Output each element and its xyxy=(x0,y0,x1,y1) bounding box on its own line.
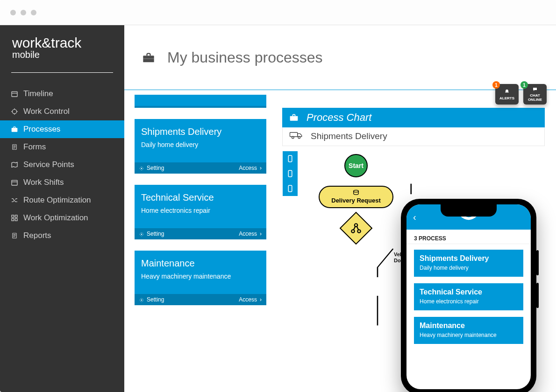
sidebar-item-label: Route Optimization xyxy=(23,196,91,205)
sidebar-item-reports[interactable]: Reports xyxy=(0,227,124,245)
svg-rect-5 xyxy=(12,215,14,217)
database-icon xyxy=(353,189,359,196)
chat-label: ONLINE xyxy=(528,98,542,102)
browser-chrome xyxy=(0,0,556,25)
svg-rect-0 xyxy=(12,91,17,97)
svg-rect-6 xyxy=(15,215,17,217)
gear-icon xyxy=(139,231,144,236)
phone-card-subtitle: Daily home delivery xyxy=(420,265,518,271)
sidebar-item-label: Work Control xyxy=(23,107,70,116)
svg-point-1 xyxy=(12,109,16,113)
flow-node-doc-validation[interactable] xyxy=(283,151,298,166)
brand-divider xyxy=(11,72,113,73)
chevron-right-icon: › xyxy=(260,165,262,171)
calendar-icon xyxy=(10,90,19,98)
svg-point-12 xyxy=(141,168,143,169)
phone-card-technical[interactable]: Technical Service Home electronics repai… xyxy=(414,283,523,310)
chat-icon xyxy=(531,87,539,92)
svg-rect-7 xyxy=(12,218,14,221)
sidebar-item-work-control[interactable]: Work Control xyxy=(0,103,124,120)
card-setting-link[interactable]: Setting xyxy=(139,165,164,171)
brand-word: work xyxy=(12,35,42,50)
svg-point-22 xyxy=(354,190,359,192)
sidebar-item-route-optimization[interactable]: Route Optimization xyxy=(0,191,124,209)
brand-word: track xyxy=(51,35,81,50)
card-subtitle: Daily home delivery xyxy=(141,141,260,148)
sidebar-item-label: Forms xyxy=(23,142,46,152)
card-access-label: Access xyxy=(239,231,257,237)
sidebar-item-label: Timeline xyxy=(23,89,53,98)
phone-card-shipments[interactable]: Shipments Delivery Daily home delivery xyxy=(414,250,523,277)
phone-process-list: Shipments Delivery Daily home delivery T… xyxy=(406,244,531,350)
chevron-right-icon: › xyxy=(260,296,262,303)
sidebar-item-label: Processes xyxy=(23,125,60,134)
sidebar-item-service-points[interactable]: Service Points xyxy=(0,156,124,174)
crosshair-icon xyxy=(10,107,19,116)
chevron-right-icon: › xyxy=(260,231,262,237)
card-subtitle: Home electronics repair xyxy=(141,207,260,214)
chat-button[interactable]: 1 CHAT ONLINE xyxy=(523,84,547,105)
sidebar-item-timeline[interactable]: Timeline xyxy=(0,85,124,103)
phone-card-subtitle: Home electronics repair xyxy=(420,298,518,305)
alerts-button[interactable]: 1 ALERTS xyxy=(495,84,519,105)
app-window: work&track mobile Timeline Work Control … xyxy=(0,0,556,392)
phone-card-title: Maintenance xyxy=(420,322,518,330)
svg-point-23 xyxy=(355,224,358,227)
svg-rect-16 xyxy=(290,133,298,137)
card-access-link[interactable]: Access › xyxy=(239,296,262,303)
sidebar: work&track mobile Timeline Work Control … xyxy=(0,25,124,392)
svg-rect-28 xyxy=(288,185,292,192)
gear-icon xyxy=(139,166,144,170)
flow-node-label: Delivery Request xyxy=(331,197,381,204)
sidebar-item-label: Service Points xyxy=(23,160,74,169)
card-title: Technical Service xyxy=(141,192,260,203)
card-setting-link[interactable]: Setting xyxy=(139,231,164,237)
process-card-technical[interactable]: Technical Service Home electronics repai… xyxy=(135,185,266,239)
window-dot-icon xyxy=(21,10,26,15)
gear-icon xyxy=(139,297,144,302)
svg-point-18 xyxy=(298,136,300,139)
page-title: My business processes xyxy=(167,49,323,66)
brand-amp: & xyxy=(42,35,51,50)
window-dot-icon xyxy=(10,10,16,15)
chart-header: Process Chart xyxy=(282,108,545,127)
bell-icon xyxy=(503,89,511,95)
map-icon xyxy=(10,161,19,169)
back-icon[interactable]: ‹ xyxy=(413,212,416,223)
chart-header-title: Process Chart xyxy=(307,112,371,124)
chart-subheader-title: Shipments Delivery xyxy=(311,131,387,141)
sidebar-item-work-shifts[interactable]: Work Shifts xyxy=(0,174,124,191)
svg-point-25 xyxy=(357,230,361,233)
chat-label: CHAT xyxy=(530,93,540,98)
phone-card-maintenance[interactable]: Maintenance Heavy machinery maintenance xyxy=(414,317,523,344)
svg-point-14 xyxy=(141,300,143,301)
chat-badge: 1 xyxy=(520,81,528,89)
sidebar-item-forms[interactable]: Forms xyxy=(0,138,124,156)
document-icon xyxy=(10,231,19,240)
sidebar-item-label: Work Optimization xyxy=(23,213,88,223)
svg-rect-4 xyxy=(12,180,17,185)
main-content: My business processes Shipments Delivery… xyxy=(124,25,556,392)
flow-node-delivery-report[interactable] xyxy=(283,181,298,196)
calendar-icon xyxy=(10,178,19,187)
sidebar-item-work-optimization[interactable]: Work Optimization xyxy=(0,209,124,227)
svg-point-13 xyxy=(141,234,143,235)
share-icon xyxy=(347,221,365,235)
brand: work&track mobile xyxy=(0,25,124,64)
flow-node-vehicle-document[interactable] xyxy=(283,166,298,181)
svg-rect-2 xyxy=(12,128,17,132)
process-card-maintenance[interactable]: Maintenance Heavy machinery maintenance … xyxy=(135,251,266,305)
card-setting-label: Setting xyxy=(147,231,164,237)
flow-node-delivery-request[interactable]: Delivery Request xyxy=(319,186,393,208)
card-setting-link[interactable]: Setting xyxy=(139,296,164,303)
briefcase-icon xyxy=(10,125,19,133)
phone-side-button-icon xyxy=(536,283,539,308)
process-card-shipments[interactable]: Shipments Delivery Daily home delivery S… xyxy=(135,119,266,174)
briefcase-icon xyxy=(140,51,157,64)
card-access-link[interactable]: Access › xyxy=(239,231,262,237)
svg-rect-11 xyxy=(143,58,154,59)
svg-rect-26 xyxy=(288,155,292,162)
sidebar-item-processes[interactable]: Processes xyxy=(0,120,124,138)
flow-node-start[interactable]: Start xyxy=(344,154,368,177)
card-access-link[interactable]: Access › xyxy=(239,165,262,171)
